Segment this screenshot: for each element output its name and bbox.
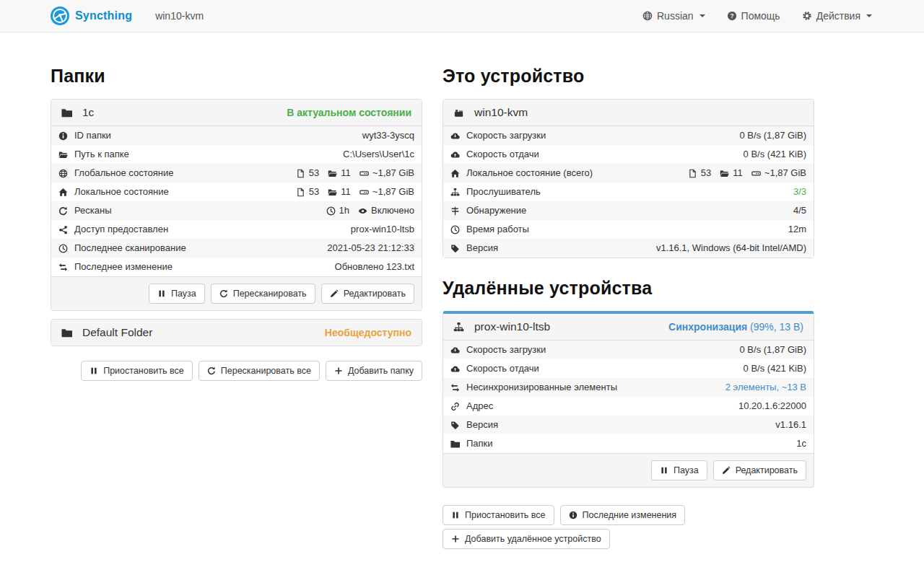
folder-icon bbox=[450, 439, 460, 449]
this-device-panel: win10-kvm Скорость загрузки 0 B/s (1,87 … bbox=[443, 99, 814, 258]
row-label: Скорость загрузки bbox=[466, 343, 546, 356]
recent-changes-button[interactable]: Последние изменения bbox=[560, 505, 686, 525]
version-value: v1.16.1 bbox=[775, 418, 806, 431]
table-row: Последнее изменение Обновлено 123.txt bbox=[51, 258, 422, 276]
eye-icon bbox=[358, 206, 367, 216]
table-row: Обнаружение 4/5 bbox=[443, 201, 814, 220]
add-remote-device-button[interactable]: Добавить удалённое устройство bbox=[443, 529, 610, 549]
table-row: Время работы 12m bbox=[443, 220, 814, 239]
rescan-button[interactable]: Пересканировать bbox=[211, 284, 315, 304]
table-row: Ресканы 1h Включено bbox=[51, 201, 422, 220]
row-label: Ресканы bbox=[74, 204, 112, 217]
table-row: Последнее сканирование 2021-05-23 21:12:… bbox=[51, 239, 422, 258]
edit-button[interactable]: Редактировать bbox=[321, 284, 414, 304]
syncthing-logo-icon bbox=[51, 6, 69, 25]
discovery-icon bbox=[450, 206, 460, 216]
row-value: Обновлено 123.txt bbox=[335, 260, 414, 273]
button-label: Приостановить все bbox=[103, 366, 184, 376]
row-value: wyt33-3yscq bbox=[362, 129, 414, 142]
folder-icon bbox=[61, 107, 72, 118]
info-icon bbox=[58, 131, 68, 141]
button-label: Добавить удалённое устройство bbox=[465, 534, 601, 544]
row-value: 0 B/s (421 KiB) bbox=[744, 362, 806, 375]
files-count: 53 bbox=[309, 185, 319, 198]
rescan-interval: 1h bbox=[339, 204, 349, 217]
dirs-count: 11 bbox=[341, 167, 351, 180]
folder-icon bbox=[720, 169, 729, 178]
button-label: Пересканировать bbox=[233, 289, 307, 299]
actions-label: Действия bbox=[816, 10, 860, 22]
row-label: Локальное состояние bbox=[74, 185, 169, 198]
table-row: Папки 1c bbox=[443, 434, 814, 453]
row-value: 0 B/s (421 KiB) bbox=[744, 148, 806, 161]
folder-default-header[interactable]: Default Folder Необщедоступно bbox=[51, 320, 422, 346]
language-menu[interactable]: Russian bbox=[642, 10, 705, 22]
cloud-download-icon bbox=[450, 346, 460, 355]
chevron-down-icon bbox=[699, 14, 705, 17]
gear-icon bbox=[802, 11, 812, 21]
row-label: Путь к папке bbox=[74, 148, 129, 161]
file-icon bbox=[688, 169, 697, 178]
uptime-value: 12m bbox=[788, 223, 806, 236]
row-label: Прослушиватель bbox=[466, 185, 541, 198]
table-row: Версия v1.16.1 bbox=[443, 416, 814, 434]
table-row: Скорость отдачи 0 B/s (421 KiB) bbox=[443, 145, 814, 164]
folders-section-title: Папки bbox=[51, 66, 422, 87]
rescan-all-button[interactable]: Пересканировать все bbox=[199, 361, 320, 381]
pause-all-devices-button[interactable]: Приостановить все bbox=[443, 505, 554, 525]
remote-device-header[interactable]: prox-win10-ltsb Синхронизация (99%, 13 B… bbox=[443, 314, 814, 340]
table-row: Несинхронизированные элементы 2 элементы… bbox=[443, 378, 814, 397]
row-label: Время работы bbox=[466, 223, 529, 236]
dirs-count: 11 bbox=[341, 185, 351, 198]
remote-device-footer: Пауза Редактировать bbox=[443, 453, 814, 487]
version-value: v1.16.1, Windows (64-bit Intel/AMD) bbox=[656, 242, 806, 255]
button-label: Пауза bbox=[171, 289, 196, 299]
pause-icon bbox=[90, 366, 98, 375]
devices-column: Это устройство win10-kvm Скорость загруз… bbox=[443, 66, 814, 549]
table-row: Путь к папке C:\Users\User\1c bbox=[51, 145, 422, 164]
table-row: Глобальное состояние 53 11 ~1,87 GiB bbox=[51, 164, 422, 183]
out-of-sync-items-link[interactable]: 2 элементы, ~13 B bbox=[725, 381, 806, 394]
edit-button[interactable]: Редактировать bbox=[713, 460, 806, 480]
row-value: 2021-05-23 21:12:33 bbox=[327, 242, 414, 255]
row-label: Обнаружение bbox=[466, 204, 526, 217]
table-row: Скорость загрузки 0 B/s (1,87 GiB) bbox=[443, 341, 814, 359]
row-label: ID папки bbox=[74, 129, 111, 142]
folder-panel-1c: 1c В актуальном состоянии ID папки wyt33… bbox=[51, 99, 422, 311]
pause-all-button[interactable]: Приостановить все bbox=[81, 361, 193, 381]
cloud-upload-icon bbox=[450, 150, 460, 159]
row-label: Локальное состояние (всего) bbox=[466, 167, 593, 180]
exchange-icon bbox=[58, 263, 68, 272]
row-label: Глобальное состояние bbox=[74, 167, 173, 180]
pause-button[interactable]: Пауза bbox=[149, 284, 205, 304]
tag-icon bbox=[450, 421, 460, 430]
help-menu[interactable]: Помощь bbox=[727, 10, 780, 22]
device-details-table: Скорость загрузки 0 B/s (1,87 GiB) Скоро… bbox=[443, 126, 814, 258]
remote-devices-actions: Приостановить все Последние изменения До… bbox=[443, 505, 702, 549]
folders-actions: Приостановить все Пересканировать все До… bbox=[51, 361, 422, 381]
table-row: Скорость загрузки 0 B/s (1,87 GiB) bbox=[443, 126, 814, 145]
row-label: Доступ предоставлен bbox=[74, 223, 168, 236]
syncthing-brand[interactable]: Syncthing bbox=[51, 6, 132, 25]
add-folder-button[interactable]: Добавить папку bbox=[326, 361, 422, 381]
device-name-title: win10-kvm bbox=[155, 10, 204, 22]
row-label: Адрес bbox=[466, 400, 493, 413]
row-label: Последнее сканирование bbox=[74, 242, 186, 255]
language-label: Russian bbox=[657, 10, 694, 22]
size-value: ~1,87 GiB bbox=[764, 167, 806, 180]
plus-icon bbox=[334, 366, 343, 375]
status-detail: (99%, 13 B) bbox=[750, 321, 803, 333]
pause-button[interactable]: Пауза bbox=[651, 460, 707, 480]
link-icon bbox=[450, 402, 460, 411]
size-value: ~1,87 GiB bbox=[372, 185, 414, 198]
clock-icon bbox=[58, 244, 68, 253]
folder-1c-header[interactable]: 1c В актуальном состоянии bbox=[51, 100, 422, 126]
button-label: Пересканировать все bbox=[221, 366, 311, 376]
actions-menu[interactable]: Действия bbox=[802, 10, 872, 22]
shared-folders-value: 1c bbox=[796, 437, 806, 450]
home-icon bbox=[450, 169, 460, 178]
globe-icon bbox=[58, 169, 68, 178]
this-device-header[interactable]: win10-kvm bbox=[443, 100, 814, 126]
sitemap-icon bbox=[453, 322, 464, 333]
home-icon bbox=[58, 188, 68, 197]
